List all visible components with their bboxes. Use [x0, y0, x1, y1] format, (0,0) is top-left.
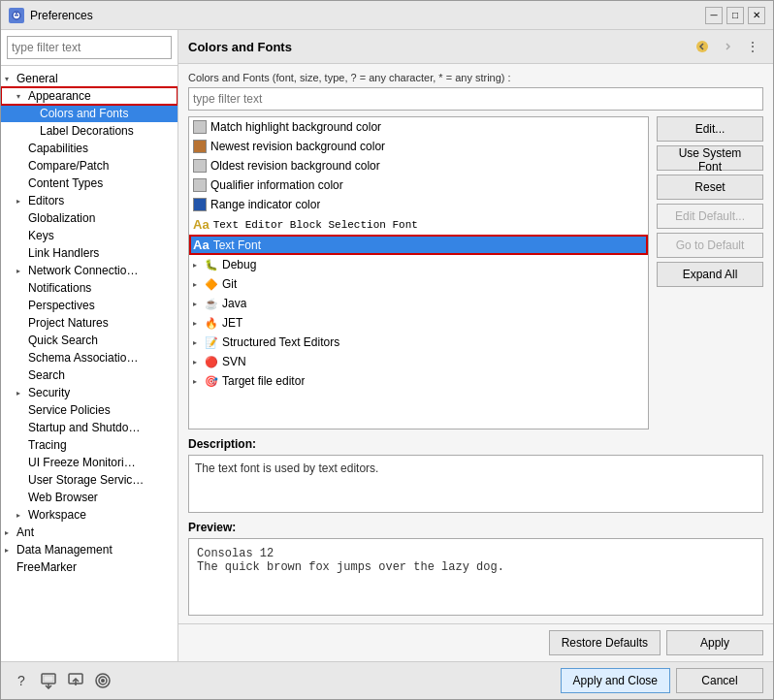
export-icon[interactable] [38, 670, 59, 691]
maximize-button[interactable]: □ [726, 7, 744, 24]
tree-label-colors-and-fonts: Colors and Fonts [40, 107, 128, 120]
tree-item-web-browser[interactable]: Web Browser [1, 489, 177, 506]
tree-item-security[interactable]: ▸ Security [1, 384, 177, 401]
fonts-colors-tree[interactable]: Match highlight background color Newest … [188, 116, 649, 430]
tree-label-network-connections: Network Connectio… [28, 264, 138, 277]
tree-item-capabilities[interactable]: Capabilities [1, 140, 177, 157]
tree-label-capabilities: Capabilities [28, 142, 88, 155]
preferences-tree: ▾ General ▾ Appearance Colors and Fonts … [1, 66, 177, 661]
list-item-range-indicator[interactable]: Range indicator color [189, 195, 648, 214]
svg-point-3 [696, 41, 708, 52]
tree-item-search[interactable]: Search [1, 366, 177, 384]
chevron-down-icon: ▾ [16, 92, 28, 101]
list-item-jet[interactable]: ▸ 🔥 JET [189, 313, 648, 333]
close-button[interactable]: ✕ [748, 7, 765, 24]
tree-label-link-handlers: Link Handlers [28, 246, 99, 260]
help-icon[interactable]: ? [11, 670, 32, 691]
tree-item-colors-and-fonts[interactable]: Colors and Fonts [1, 105, 177, 122]
list-item-target-file[interactable]: ▸ 🎯 Target file editor [189, 371, 648, 391]
tree-item-keys[interactable]: Keys [1, 227, 177, 244]
list-item-debug[interactable]: ▸ 🐛 Debug [189, 255, 648, 274]
list-item-oldest-revision[interactable]: Oldest revision background color [189, 156, 648, 175]
tree-item-link-handlers[interactable]: Link Handlers [1, 244, 177, 262]
jet-icon: 🔥 [205, 317, 218, 330]
tree-item-label-decorations[interactable]: Label Decorations [1, 122, 177, 140]
main-content: ▾ General ▾ Appearance Colors and Fonts … [1, 30, 773, 661]
preview-section: Preview: Consolas 12 The quick brown fox… [188, 521, 763, 616]
tree-item-compare-patch[interactable]: Compare/Patch [1, 157, 177, 175]
list-item-newest-revision[interactable]: Newest revision background color [189, 137, 648, 156]
use-system-font-button[interactable]: Use System Font [657, 145, 763, 171]
go-to-default-button[interactable]: Go to Default [657, 233, 763, 258]
list-item-svn[interactable]: ▸ 🔴 SVN [189, 352, 648, 371]
cancel-button[interactable]: Cancel [676, 668, 763, 693]
import-icon[interactable] [65, 670, 86, 691]
right-header: Colors and Fonts ⋮ [178, 30, 773, 64]
svg-point-11 [101, 679, 105, 683]
right-panel: Colors and Fonts ⋮ [178, 30, 773, 661]
tree-item-ant[interactable]: ▸ Ant [1, 524, 177, 541]
tree-item-schema-associations[interactable]: Schema Associatio… [1, 349, 177, 366]
menu-button[interactable]: ⋮ [742, 36, 763, 57]
list-item-structured-text[interactable]: ▸ 📝 Structured Text Editors [189, 333, 648, 352]
tree-item-globalization[interactable]: Globalization [1, 209, 177, 227]
list-item-qualifier-info[interactable]: Qualifier information color [189, 175, 648, 195]
list-item-match-highlight[interactable]: Match highlight background color [189, 117, 648, 137]
tree-item-project-natures[interactable]: Project Natures [1, 314, 177, 332]
item-label-oldest-revision: Oldest revision background color [210, 159, 380, 173]
title-bar: Preferences ─ □ ✕ [1, 1, 773, 30]
tree-item-network-connections[interactable]: ▸ Network Connectio… [1, 262, 177, 279]
chevron-right-icon: ▸ [193, 358, 205, 366]
tree-item-appearance[interactable]: ▾ Appearance [1, 87, 177, 105]
right-header-icons: ⋮ [692, 36, 763, 57]
tree-item-editors[interactable]: ▸ Editors [1, 192, 177, 209]
edit-button[interactable]: Edit... [657, 116, 763, 142]
list-item-text-font[interactable]: Aa Text Font [189, 235, 648, 255]
chevron-down-icon: ▾ [5, 75, 16, 83]
chevron-right-icon: ▸ [16, 267, 28, 275]
bottom-bar: Restore Defaults Apply [178, 623, 773, 661]
dialog-icon [9, 8, 24, 23]
structured-text-icon: 📝 [205, 336, 218, 349]
search-input[interactable] [7, 36, 172, 59]
title-bar-left: Preferences [9, 8, 93, 23]
tree-item-general[interactable]: ▾ General [1, 70, 177, 87]
tree-item-quick-search[interactable]: Quick Search [1, 332, 177, 349]
tree-item-ui-freeze[interactable]: UI Freeze Monitori… [1, 454, 177, 471]
edit-default-button[interactable]: Edit Default... [657, 204, 763, 229]
tree-label-content-types: Content Types [28, 176, 103, 190]
reset-button[interactable]: Reset [657, 175, 763, 200]
tree-label-general: General [16, 72, 58, 85]
tree-item-user-storage[interactable]: User Storage Servic… [1, 471, 177, 489]
svg-rect-5 [44, 676, 53, 682]
tree-item-service-policies[interactable]: Service Policies [1, 401, 177, 419]
forward-button[interactable] [717, 36, 738, 57]
action-buttons: Edit... Use System Font Reset Edit Defau… [657, 116, 763, 430]
list-item-java[interactable]: ▸ ☕ Java [189, 294, 648, 313]
filter-icon[interactable] [92, 670, 113, 691]
tree-item-freemaker[interactable]: FreeMarker [1, 558, 177, 576]
preview-box: Consolas 12 The quick brown fox jumps ov… [188, 538, 763, 616]
tree-item-data-management[interactable]: ▸ Data Management [1, 541, 177, 558]
list-item-text-editor-block[interactable]: Aa Text Editor Block Selection Font [189, 214, 648, 235]
chevron-right-icon: ▸ [16, 511, 28, 520]
expand-all-button[interactable]: Expand All [657, 262, 763, 287]
filter-input[interactable] [188, 87, 763, 111]
tree-item-notifications[interactable]: Notifications [1, 279, 177, 297]
apply-and-close-button[interactable]: Apply and Close [561, 668, 670, 693]
back-button[interactable] [692, 36, 713, 57]
right-panel-title: Colors and Fonts [188, 40, 292, 54]
apply-button[interactable]: Apply [666, 630, 763, 655]
tree-item-tracing[interactable]: Tracing [1, 436, 177, 454]
minimize-button[interactable]: ─ [705, 7, 723, 24]
tree-item-perspectives[interactable]: Perspectives [1, 297, 177, 314]
tree-label-editors: Editors [28, 194, 64, 207]
color-swatch [193, 178, 207, 192]
restore-defaults-button[interactable]: Restore Defaults [549, 630, 661, 655]
left-panel: ▾ General ▾ Appearance Colors and Fonts … [1, 30, 178, 661]
tree-item-startup-shutdown[interactable]: Startup and Shutdo… [1, 419, 177, 436]
tree-item-content-types[interactable]: Content Types [1, 175, 177, 192]
tree-label-freemaker: FreeMarker [16, 560, 77, 574]
tree-item-workspace[interactable]: ▸ Workspace [1, 506, 177, 524]
list-item-git[interactable]: ▸ 🔶 Git [189, 274, 648, 294]
